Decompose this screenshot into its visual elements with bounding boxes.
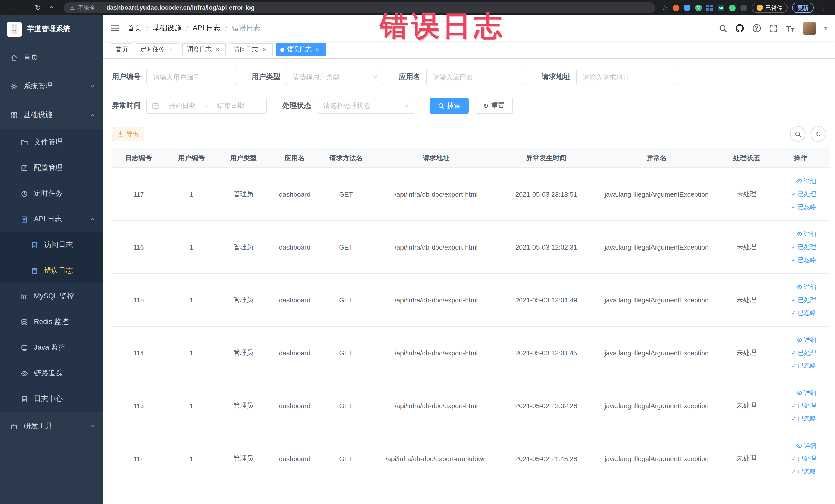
breadcrumb-separator: / xyxy=(186,24,188,32)
page-url[interactable]: dashboard.yudao.iocoder.cn/infra/log/api… xyxy=(106,4,254,11)
user-type-select[interactable]: 请选择用户类型 xyxy=(286,69,384,85)
mark-ignored-link[interactable]: ✓ 已忽略 xyxy=(774,306,816,319)
address-bar[interactable]: ⚠ 不安全 | dashboard.yudao.iocoder.cn/infra… xyxy=(64,2,655,13)
paused-badge[interactable]: 已暂停 xyxy=(752,3,788,13)
browser-home-icon[interactable]: ⌂ xyxy=(45,2,58,14)
mark-processed-link[interactable]: ✓ 已处理 xyxy=(774,399,816,412)
extension-icon[interactable] xyxy=(740,4,747,11)
mark-processed-link[interactable]: ✓ 已处理 xyxy=(774,241,816,254)
reset-button-label: 重置 xyxy=(491,101,505,110)
extension-icon[interactable]: on xyxy=(718,4,725,11)
close-icon[interactable]: × xyxy=(214,46,221,53)
mark-ignored-link[interactable]: ✓ 已忽略 xyxy=(774,412,816,425)
sidebar-item-config-management[interactable]: 配置管理 xyxy=(0,155,103,181)
mark-processed-link[interactable]: ✓ 已处理 xyxy=(774,294,816,306)
browser-update-button[interactable]: 更新 xyxy=(792,3,814,13)
sidebar-item-home[interactable]: 首页 xyxy=(0,43,103,72)
security-label[interactable]: 不安全 xyxy=(78,4,96,12)
sidebar-item-dev-tools[interactable]: 研发工具 xyxy=(0,412,103,441)
sidebar-item-log-center[interactable]: 日志中心 xyxy=(0,386,103,412)
tab-error-log[interactable]: 错误日志 × xyxy=(276,43,326,56)
mark-processed-link[interactable]: ✓ 已处理 xyxy=(774,452,816,465)
mark-processed-link[interactable]: ✓ 已处理 xyxy=(774,346,816,359)
mark-ignored-link[interactable]: ✓ 已忽略 xyxy=(774,254,816,266)
detail-link[interactable]: 详细 xyxy=(774,281,816,294)
sidebar-item-scheduled-jobs[interactable]: 定时任务 xyxy=(0,181,103,206)
breadcrumb-item[interactable]: 首页 xyxy=(127,24,142,33)
toolbox-icon xyxy=(10,422,18,430)
detail-link[interactable]: 详细 xyxy=(774,386,816,399)
tab-label: 错误日志 xyxy=(287,45,312,54)
browser-forward-icon[interactable]: → xyxy=(19,2,31,14)
sidebar-item-access-log[interactable]: 访问日志 xyxy=(0,232,103,258)
extension-icon[interactable]: V xyxy=(695,4,702,11)
sidebar-collapse-icon[interactable] xyxy=(103,15,127,41)
process-status-select[interactable]: 请选择处理状态 xyxy=(317,98,414,114)
breadcrumb-item[interactable]: 基础设施 xyxy=(153,24,182,33)
tab-label: 定时任务 xyxy=(140,45,165,54)
bookmark-star-icon[interactable]: ☆ xyxy=(661,4,668,12)
extension-icon[interactable] xyxy=(673,4,679,11)
exception-time-range-picker[interactable]: 开始日期 - 结束日期 xyxy=(146,98,267,114)
user-menu-caret-icon[interactable]: ▾ xyxy=(824,25,827,32)
github-icon[interactable] xyxy=(735,24,745,33)
tab-home[interactable]: 首页 xyxy=(111,43,133,56)
check-icon: ✓ xyxy=(792,399,796,412)
sidebar-item-mysql-monitor[interactable]: MySQL 监控 xyxy=(0,283,103,309)
search-button[interactable]: 搜索 xyxy=(430,98,469,114)
cell-user-id: 1 xyxy=(165,379,218,432)
column-header: 请求方法名 xyxy=(320,148,372,168)
sidebar-item-infrastructure[interactable]: 基础设施 xyxy=(0,101,103,129)
browser-menu-icon[interactable]: ⋮ xyxy=(818,4,828,12)
detail-link[interactable]: 详细 xyxy=(774,175,816,188)
reset-button[interactable]: ↻ 重置 xyxy=(475,98,513,114)
extension-icon[interactable] xyxy=(684,4,691,11)
check-icon: ✓ xyxy=(792,452,796,465)
cell-actions: 详细 ✓ 已处理 ✓ 已忽略 xyxy=(772,168,830,221)
tab-schedule-log[interactable]: 调度日志 × xyxy=(182,43,226,56)
cell-exception-time: 2021-05-03 12:02:31 xyxy=(501,221,592,274)
sidebar-item-system-management[interactable]: 系统管理 xyxy=(0,72,103,101)
sidebar-item-java-monitor[interactable]: Java 监控 xyxy=(0,335,103,361)
close-icon[interactable]: × xyxy=(314,46,321,53)
request-url-input[interactable] xyxy=(576,69,675,85)
cell-log-id: 116 xyxy=(112,221,165,274)
toggle-search-button[interactable] xyxy=(790,126,806,142)
detail-link[interactable]: 详细 xyxy=(774,439,816,452)
browser-back-icon[interactable]: ← xyxy=(5,2,18,14)
cell-user-type: 管理员 xyxy=(218,326,269,379)
active-tab-dot xyxy=(280,47,284,52)
help-icon[interactable] xyxy=(752,24,761,33)
tab-access-log[interactable]: 访问日志 × xyxy=(229,43,272,56)
cell-exception-name: java.lang.IllegalArgumentException xyxy=(592,221,721,274)
refresh-button[interactable]: ↻ xyxy=(811,126,826,142)
detail-link[interactable]: 详细 xyxy=(774,334,816,346)
extension-icon[interactable] xyxy=(729,4,736,11)
mark-ignored-link[interactable]: ✓ 已忽略 xyxy=(774,201,816,213)
font-size-icon[interactable] xyxy=(786,24,795,33)
mark-ignored-link[interactable]: ✓ 已忽略 xyxy=(774,359,816,372)
tab-scheduled-jobs[interactable]: 定时任务 × xyxy=(136,43,179,56)
check-icon: ✓ xyxy=(792,294,796,306)
search-icon[interactable] xyxy=(719,24,728,33)
breadcrumb-item[interactable]: API 日志 xyxy=(193,24,221,33)
fullscreen-icon[interactable] xyxy=(769,24,778,33)
mark-ignored-link[interactable]: ✓ 已忽略 xyxy=(774,465,816,478)
table-row: 114 1 管理员 dashboard GET /api/infra/db-do… xyxy=(112,326,830,379)
close-icon[interactable]: × xyxy=(167,46,175,53)
app-name-input[interactable] xyxy=(426,69,526,85)
export-button[interactable]: 导出 xyxy=(112,127,144,141)
extension-icon[interactable] xyxy=(707,4,713,11)
browser-reload-icon[interactable]: ↻ xyxy=(32,2,44,14)
sidebar-item-redis-monitor[interactable]: Redis 监控 xyxy=(0,309,103,335)
close-icon[interactable]: × xyxy=(261,46,268,53)
sidebar-item-error-log[interactable]: 错误日志 xyxy=(0,258,103,283)
app-logo[interactable]: 芋道管理系统 xyxy=(0,15,103,43)
sidebar-item-trace[interactable]: 链路追踪 xyxy=(0,361,103,386)
mark-processed-link[interactable]: ✓ 已处理 xyxy=(774,188,816,201)
sidebar-item-file-management[interactable]: 文件管理 xyxy=(0,129,103,155)
detail-link[interactable]: 详细 xyxy=(774,228,816,241)
sidebar-item-api-log[interactable]: API 日志 xyxy=(0,206,103,232)
user-id-input[interactable] xyxy=(146,69,236,85)
user-avatar[interactable] xyxy=(803,22,816,35)
